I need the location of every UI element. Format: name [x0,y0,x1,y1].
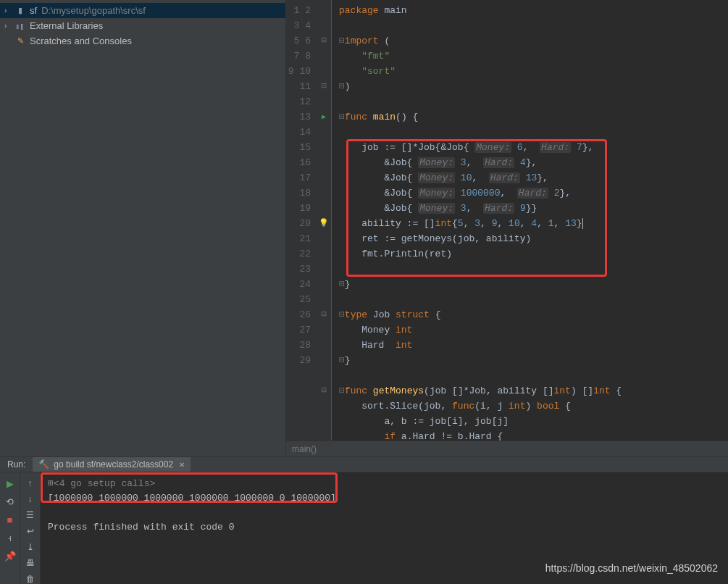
run-icon[interactable]: ▶ [7,478,14,489]
layout-icon[interactable]: ⫞ [7,533,12,543]
down-icon[interactable]: ↓ [28,494,33,504]
hammer-icon: 🔨 [38,459,49,470]
close-icon[interactable]: ✕ [179,461,185,469]
step-icon[interactable]: ⟲ [6,496,14,507]
scratches-label: Scratches and Consoles [30,36,132,46]
breadcrumb[interactable]: main() [286,441,728,456]
external-libraries-row[interactable]: › ⫾⫿ External Libraries [0,18,285,33]
run-toolbar-primary: ▶ ⟲ ■ ⫞ 📌 [0,472,20,584]
up-icon[interactable]: ↑ [28,478,33,488]
code-wrap: 1 2 3 4 5 6 7 8 9 10 11 12 13 14 15 16 1… [286,0,728,441]
tree-icon[interactable]: ☰ [26,510,34,520]
chevron-right-icon[interactable]: › [4,22,12,30]
project-root-path: D:\mysetup\gopath\src\sf [41,5,146,16]
run-label: Run: [7,459,25,470]
project-root-row[interactable]: › ▮ sf D:\mysetup\gopath\src\sf [0,3,285,18]
project-sidebar: › ▮ sf D:\mysetup\gopath\src\sf › ⫾⫿ Ext… [0,0,286,456]
line-number-gutter: 1 2 3 4 5 6 7 8 9 10 11 12 13 14 15 16 1… [286,0,317,441]
scratches-row[interactable]: ✎ Scratches and Consoles [0,33,285,49]
stop-icon[interactable]: ■ [7,514,13,525]
library-icon: ⫾⫿ [14,20,26,32]
pin-icon[interactable]: 📌 [4,551,16,562]
glyph-gutter: ⊟ ⊟ ▶ 💡 ⊟ ⊟ [317,0,332,441]
code-area[interactable]: package main ⊟import ( "fmt" "sort" ⊟) ⊟… [332,0,728,441]
print-icon[interactable]: 🖶 [26,558,35,568]
run-header: Run: 🔨 go build sf/newclass2/class002 ✕ [0,457,728,472]
project-root-label: sf [30,5,37,16]
external-libraries-label: External Libraries [30,20,103,31]
run-toolbar-secondary: ↑ ↓ ☰ ↩ ⤓ 🖶 🗑 [20,472,41,584]
main-area: › ▮ sf D:\mysetup\gopath\src\sf › ⫾⫿ Ext… [0,0,728,456]
console-result-line: [1000000 1000000 1000000 1000000 1000000… [48,491,721,506]
folder-icon: ▮ [14,5,26,17]
run-config-name: go build sf/newclass2/class002 [54,459,173,470]
watermark: https://blog.csdn.net/weixin_48502062 [545,562,718,574]
wrap-icon[interactable]: ↩ [27,526,34,536]
console-exit-line: Process finished with exit code 0 [48,520,721,535]
console-setup-line: ⊞<4 go setup calls> [48,477,721,491]
trash-icon[interactable]: 🗑 [26,574,35,584]
scroll-icon[interactable]: ⤓ [27,542,34,552]
run-gutter-icon[interactable]: ▶ [317,109,331,125]
editor: 1 2 3 4 5 6 7 8 9 10 11 12 13 14 15 16 1… [286,0,728,456]
bulb-icon[interactable]: 💡 [317,216,331,231]
highlight-box-code [346,139,607,277]
run-config-tab[interactable]: 🔨 go build sf/newclass2/class002 ✕ [33,457,191,472]
chevron-right-icon[interactable]: › [4,7,12,14]
scratches-icon: ✎ [14,36,26,47]
